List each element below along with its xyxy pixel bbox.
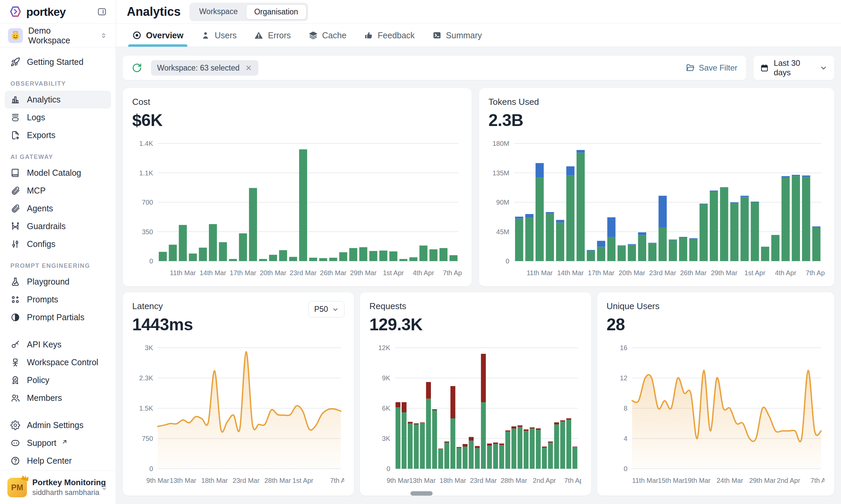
sidebar-item-members[interactable]: Members — [5, 389, 111, 407]
svg-text:17th Mar: 17th Mar — [230, 269, 256, 276]
svg-text:29th Mar: 29th Mar — [711, 269, 737, 276]
sidebar-item-playground[interactable]: Playground — [5, 273, 111, 291]
filter-container: Workspace: 63 selected Save Filter — [123, 56, 746, 80]
question-circle-icon — [11, 456, 20, 466]
sidebar-item-configs[interactable]: Configs — [5, 235, 111, 253]
chair-icon — [11, 358, 20, 367]
prompts-grid-plus-icon — [11, 295, 20, 304]
svg-text:19th Mar: 19th Mar — [684, 477, 710, 484]
chevron-down-icon — [820, 64, 827, 72]
sidebar-item-getting-started[interactable]: Getting Started — [5, 53, 111, 71]
svg-text:0: 0 — [149, 465, 153, 472]
unique-users-card: Unique Users 28 161284011th Mar15th Mar1… — [597, 292, 834, 496]
sidebar-item-guardrails[interactable]: Guardrails — [5, 217, 111, 235]
workspace-filter-chip[interactable]: Workspace: 63 selected — [151, 60, 258, 76]
tokens-total: 2.3B — [488, 110, 825, 130]
cards-row-1: Cost $6K 1.4K1.1K700350011th Mar14th Mar… — [123, 88, 834, 286]
sidebar-item-label: Members — [27, 393, 62, 403]
sidebar-item-agents[interactable]: Agents — [5, 200, 111, 217]
portkey-logo[interactable]: portkey — [9, 5, 66, 18]
svg-text:0: 0 — [387, 465, 390, 472]
close-icon[interactable] — [245, 64, 252, 72]
sidebar-item-prompt-partials[interactable]: Prompt Partials — [5, 308, 111, 326]
percentile-value: P50 — [314, 305, 328, 314]
sidebar-item-mcp[interactable]: MCP — [5, 182, 111, 200]
org-name: Portkey Monitoring — [32, 478, 95, 487]
sidebar-item-admin-settings[interactable]: Admin Settings — [5, 416, 111, 434]
sidebar-item-analytics[interactable]: Analytics — [5, 91, 111, 109]
sidebar-item-label: Guardrails — [27, 221, 66, 231]
svg-text:2nd Apr: 2nd Apr — [533, 477, 556, 484]
key-icon — [11, 340, 20, 349]
terminal-icon — [432, 31, 442, 40]
latency-total: 1443ms — [132, 315, 193, 334]
chevron-down-icon — [332, 306, 339, 313]
svg-text:4th Apr: 4th Apr — [413, 269, 434, 276]
refresh-button[interactable] — [129, 60, 145, 76]
sidebar-item-model-catalog[interactable]: Model Catalog — [5, 164, 111, 182]
sidebar-item-label: MCP — [27, 186, 46, 196]
nav-divider-gap — [5, 326, 111, 336]
logo-row: portkey — [0, 0, 116, 23]
tab-bar: Overview Users Errors — [116, 23, 841, 47]
svg-text:23rd Mar: 23rd Mar — [290, 269, 316, 276]
toggle-option-workspace[interactable]: Workspace — [191, 4, 246, 19]
svg-text:14th Mar: 14th Mar — [200, 269, 226, 276]
tab-feedback[interactable]: Feedback — [359, 24, 420, 47]
fence-icon — [11, 221, 20, 231]
content-area: Workspace: 63 selected Save Filter — [116, 47, 841, 504]
svg-text:13th Mar: 13th Mar — [170, 477, 196, 484]
flask-icon — [11, 277, 20, 287]
tab-users[interactable]: Users — [195, 24, 242, 47]
sidebar-item-label: Policy — [27, 375, 49, 385]
svg-text:3K: 3K — [382, 435, 391, 442]
sidebar-item-label: Analytics — [27, 95, 61, 105]
discord-icon — [11, 438, 20, 448]
sidebar-item-prompts[interactable]: Prompts — [5, 291, 111, 308]
sidebar-item-policy[interactable]: Policy — [5, 371, 111, 389]
date-range-button[interactable]: Last 30 days — [754, 56, 834, 80]
sidebar-item-label: Workspace Control — [27, 358, 98, 367]
tokens-card: Tokens Used 2.3B 180M135M90M45M011th Mar… — [479, 88, 834, 286]
svg-text:1.1K: 1.1K — [139, 169, 153, 177]
percentile-select[interactable]: P50 — [308, 301, 344, 318]
svg-text:9th Mar: 9th Mar — [146, 477, 169, 484]
tab-cache[interactable]: Cache — [303, 24, 352, 47]
horizontal-scrollbar-thumb[interactable] — [410, 491, 433, 496]
sidebar: portkey Demo Workspace — [0, 0, 116, 504]
paperclip-icon — [11, 186, 20, 196]
unique-users-total: 28 — [606, 315, 825, 334]
tab-summary[interactable]: Summary — [427, 24, 487, 47]
tab-overview[interactable]: Overview — [127, 24, 189, 47]
requests-total: 129.3K — [370, 315, 582, 334]
save-filter-button[interactable]: Save Filter — [686, 63, 740, 73]
svg-text:24th Mar: 24th Mar — [717, 477, 743, 484]
sidebar-collapse-icon[interactable] — [97, 7, 107, 17]
user-name: siddharth sambharia — [32, 488, 95, 497]
sidebar-item-label: Exports — [27, 130, 55, 140]
svg-text:7th Apr: 7th Apr — [564, 477, 581, 484]
sidebar-item-api-keys[interactable]: API Keys — [5, 336, 111, 354]
filter-bar: Workspace: 63 selected Save Filter — [123, 56, 834, 80]
account-selector[interactable]: PM Portkey Monitoring siddharth sambhari… — [0, 470, 116, 504]
svg-text:16: 16 — [620, 344, 628, 352]
latency-card: Latency 1443ms P50 3K2.3K1.5K75009th Mar… — [123, 292, 354, 496]
nav-divider-gap — [5, 407, 111, 416]
sidebar-item-logs[interactable]: Logs — [5, 109, 111, 126]
tab-label: Feedback — [378, 31, 415, 40]
avatar-initials: PM — [11, 483, 23, 492]
sidebar-item-workspace-control[interactable]: Workspace Control — [5, 354, 111, 371]
tab-label: Overview — [146, 31, 183, 40]
chevron-up-down-icon — [100, 32, 108, 40]
sidebar-item-support[interactable]: Support — [5, 434, 111, 452]
book-icon — [11, 168, 20, 178]
toggle-option-organisation[interactable]: Organisation — [246, 4, 307, 19]
sidebar-item-help-center[interactable]: Help Center — [5, 452, 111, 470]
sidebar-nav: Getting Started OBSERVABILITY Analytics … — [0, 48, 116, 470]
workspace-selector[interactable]: Demo Workspace — [0, 23, 116, 48]
tokens-chart: 180M135M90M45M011th Mar14th Mar17th Mar2… — [488, 139, 825, 281]
sidebar-item-exports[interactable]: Exports — [5, 126, 111, 144]
tab-errors[interactable]: Errors — [248, 24, 296, 47]
svg-text:1.5K: 1.5K — [139, 404, 153, 412]
portkey-hexagon-icon — [9, 5, 22, 18]
